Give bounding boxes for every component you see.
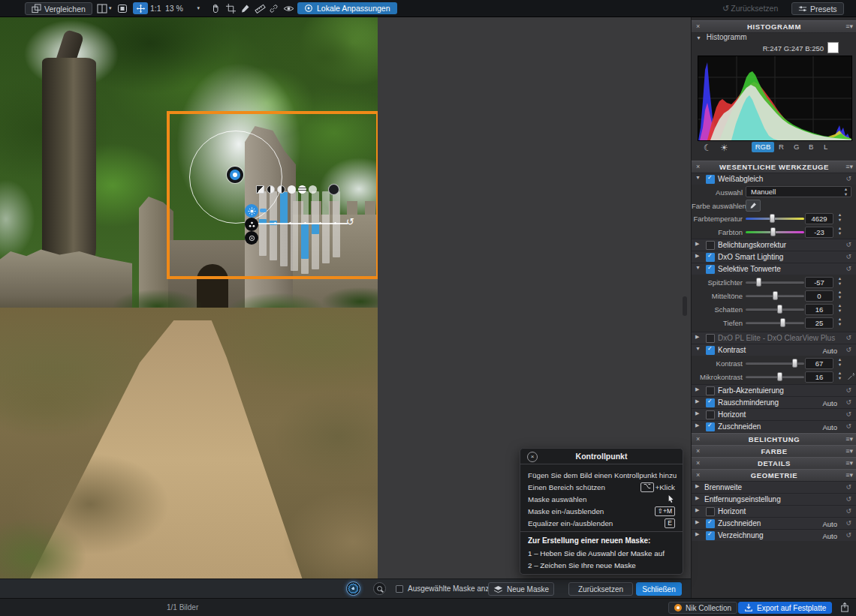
panel-menu-icon[interactable]: ≡▾: [845, 21, 853, 32]
close-icon[interactable]: ×: [696, 458, 701, 469]
slider-value[interactable]: 16: [805, 304, 833, 315]
control-line-tool-button[interactable]: [373, 582, 386, 595]
panel-menu-icon[interactable]: ≡▾: [845, 446, 853, 457]
new-mask-button[interactable]: Neue Maske: [488, 582, 554, 596]
expand-arrow-icon[interactable]: ▼: [695, 265, 701, 270]
mitteltoene-slider[interactable]: [746, 295, 804, 297]
light-adjust-button[interactable]: [245, 204, 258, 218]
expand-arrow-icon[interactable]: ▶: [695, 507, 699, 513]
tool-row-clearview[interactable]: ▶ DxO PL Elite - DxO ClearView Plus ↺: [692, 332, 856, 344]
tool-checkbox[interactable]: [706, 519, 715, 528]
expand-arrow-icon[interactable]: ▶: [695, 410, 699, 416]
tool-checkbox[interactable]: [706, 422, 715, 431]
eq-extra-icon[interactable]: [309, 185, 317, 194]
slider-value[interactable]: -57: [805, 277, 833, 288]
close-icon[interactable]: ×: [696, 21, 701, 32]
channel-l-button[interactable]: L: [824, 143, 827, 151]
histogram-section-toggle[interactable]: ▼ Histogramm: [696, 33, 747, 41]
reset-icon[interactable]: ↺: [845, 422, 851, 430]
slider-value[interactable]: 67: [805, 358, 833, 369]
local-adjustments-button[interactable]: Lokale Anpassungen: [297, 2, 397, 14]
blacks-clipping-moon-icon[interactable]: ☾: [704, 143, 712, 153]
eq-exposure-icon[interactable]: [256, 185, 264, 194]
eq-structure-icon[interactable]: [288, 185, 296, 194]
reset-icon[interactable]: ↺: [845, 253, 851, 260]
spitzlichter-slider[interactable]: [746, 281, 804, 284]
whites-clipping-sun-icon[interactable]: ☀: [720, 143, 728, 153]
tool-row-geo-zuschneiden[interactable]: ▶ Zuschneiden Auto ↺: [692, 517, 856, 529]
eq-saturation-icon[interactable]: [277, 185, 285, 194]
eq-reset-arrow-icon[interactable]: ↺: [346, 216, 354, 227]
tool-row-zuschneiden[interactable]: ▶ Zuschneiden Auto ↺: [692, 420, 856, 432]
hand-tool-button[interactable]: [211, 2, 221, 14]
tool-checkbox[interactable]: [706, 386, 715, 395]
expand-arrow-icon[interactable]: ▶: [695, 422, 699, 428]
tiefen-slider[interactable]: [746, 322, 804, 324]
slider-value[interactable]: 25: [805, 317, 833, 329]
reset-icon[interactable]: ↺: [845, 398, 851, 406]
temperature-slider[interactable]: [746, 218, 804, 220]
stepper-icon[interactable]: [836, 303, 844, 314]
tool-row-rauschminderung[interactable]: ▶ Rauschminderung Auto ↺: [692, 396, 856, 408]
ring-adjust-button[interactable]: [245, 231, 258, 245]
reset-icon[interactable]: ↺: [845, 346, 851, 353]
expand-arrow-icon[interactable]: ▶: [695, 495, 699, 501]
tool-row-selektive-tonwerte[interactable]: ▼ Selektive Tonwerte ↺: [692, 263, 856, 275]
tool-checkbox[interactable]: [706, 334, 715, 343]
expand-arrow-icon[interactable]: ▼: [695, 175, 701, 180]
expand-arrow-icon[interactable]: ▶: [695, 334, 699, 340]
show-hide-button[interactable]: [283, 2, 294, 14]
close-dialog-button[interactable]: Schließen: [636, 582, 682, 596]
dialog-close-icon[interactable]: ×: [527, 452, 538, 462]
stepper-icon[interactable]: [836, 357, 844, 368]
slider-thumb[interactable]: [792, 359, 797, 368]
channel-b-button[interactable]: B: [809, 143, 813, 151]
stepper-icon[interactable]: [836, 212, 844, 224]
kontrast-slider[interactable]: [746, 362, 804, 365]
tool-checkbox[interactable]: [706, 398, 715, 407]
stepper-icon[interactable]: [836, 290, 844, 301]
slider-value[interactable]: 4629: [805, 213, 833, 224]
tool-row-entfernungseinstellung[interactable]: ▶ Entfernungseinstellung ↺: [692, 493, 856, 505]
weissabgleich-checkbox[interactable]: [706, 175, 715, 184]
tool-row-weissabgleich[interactable]: ▼ Weißabgleich ↺: [692, 173, 856, 185]
crop-tool-button[interactable]: [226, 2, 236, 14]
tool-row-kontrast[interactable]: ▼ Kontrast Auto ↺: [692, 344, 856, 356]
ruler-tool-button[interactable]: [255, 2, 266, 14]
panel-menu-icon[interactable]: ≡▾: [845, 458, 853, 469]
channel-rgb-button[interactable]: RGB: [752, 142, 774, 152]
tool-row-belichtungskorrektur[interactable]: ▶ Belichtungskorrektur ↺: [692, 239, 856, 251]
slider-thumb[interactable]: [780, 318, 785, 327]
slider-thumb[interactable]: [756, 278, 761, 287]
toolbar-reset-button[interactable]: ↺ Zurücksetzen: [722, 2, 778, 14]
eq-contrast-icon[interactable]: [267, 185, 275, 194]
tool-checkbox[interactable]: [706, 507, 715, 516]
close-icon[interactable]: ×: [696, 446, 701, 457]
stepper-icon[interactable]: [836, 226, 844, 237]
panel-menu-icon[interactable]: ≡▾: [845, 161, 853, 173]
control-point-handle[interactable]: [227, 167, 243, 183]
essential-tools-header[interactable]: × WESENTLICHE WERKZEUGE ≡▾: [692, 161, 856, 173]
show-mask-checkbox[interactable]: [396, 585, 403, 593]
geometrie-panel-header[interactable]: × GEOMETRIE ≡▾: [692, 469, 856, 482]
eq-bar[interactable]: [291, 191, 298, 271]
close-icon[interactable]: ×: [696, 470, 701, 481]
eq-warmth-icon[interactable]: [298, 185, 306, 194]
export-button[interactable]: Export auf Festplatte: [738, 602, 832, 614]
tool-row-horizont[interactable]: ▶ Horizont ↺: [692, 408, 856, 420]
panel-collapse-handle[interactable]: [683, 296, 687, 316]
expand-arrow-icon[interactable]: ▶: [695, 483, 699, 489]
share-icon[interactable]: [840, 602, 849, 613]
channel-r-button[interactable]: R: [779, 143, 784, 151]
reset-icon[interactable]: ↺: [845, 483, 851, 491]
channel-g-button[interactable]: G: [794, 143, 799, 151]
zoom-1to1-button[interactable]: 1:1: [150, 2, 161, 14]
eyedropper-tool-button[interactable]: [240, 2, 250, 14]
slider-thumb[interactable]: [777, 372, 782, 381]
stepper-icon[interactable]: [836, 317, 844, 328]
slider-value[interactable]: 16: [805, 371, 833, 383]
zoom-level-dropdown[interactable]: 13 % ▾: [165, 2, 200, 14]
tool-row-farb-akzentuierung[interactable]: ▶ Farb-Akzentuierung ↺: [692, 384, 856, 396]
tool-checkbox[interactable]: [706, 241, 715, 250]
reset-icon[interactable]: ↺: [845, 495, 851, 503]
